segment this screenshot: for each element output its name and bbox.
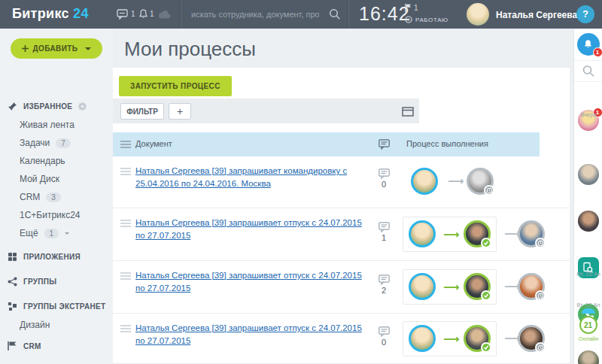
topbar: Битрикс 24 1 1 16:42 1 РАБОТАЮ Наталья С… xyxy=(0,0,602,29)
cloud-icon[interactable] xyxy=(158,11,171,19)
groups-header[interactable]: ГРУППЫ xyxy=(8,277,56,287)
column-process[interactable]: Процесс выполнения xyxy=(406,139,488,148)
table-row: Наталья Сергеева [39] запрашивает команд… xyxy=(113,156,570,208)
chat-icon[interactable] xyxy=(117,9,129,20)
sidebar-item-live-feed[interactable]: Живая лента xyxy=(20,120,74,130)
document-link[interactable]: Наталья Сергеева [39] запрашивает команд… xyxy=(135,165,372,190)
table-row: Наталья Сергеева [39] запрашивает отпуск… xyxy=(113,261,570,314)
scroll-hint-icon[interactable] xyxy=(582,308,595,314)
comments-cell[interactable]: 0 xyxy=(373,326,394,347)
sidebar-item-my-disk[interactable]: Мой Диск xyxy=(20,174,59,184)
chat-count: 1 xyxy=(131,10,135,18)
apps-header[interactable]: ПРИЛОЖЕНИЯ xyxy=(8,252,81,262)
crm-section-header[interactable]: CRM xyxy=(8,341,41,350)
pending-approver-avatar[interactable] xyxy=(518,220,545,247)
sidebar-item-crm[interactable]: CRM3 xyxy=(20,192,61,202)
online-counter[interactable]: 21 xyxy=(579,316,597,334)
work-status[interactable]: РАБОТАЮ xyxy=(405,16,448,23)
flag-counter[interactable]: 1 xyxy=(405,4,418,12)
comment-bubble-icon xyxy=(379,326,390,337)
process-step-box: ⟶ xyxy=(403,217,497,252)
plus-icon xyxy=(22,45,29,52)
comments-cell[interactable]: 2 xyxy=(373,275,394,295)
sidebar-item-more[interactable]: Ещё1 xyxy=(20,228,69,238)
filter-toolbar: ФИЛЬТР + xyxy=(113,99,419,123)
crm-flag-icon xyxy=(8,341,17,350)
approved-avatar[interactable] xyxy=(464,220,491,247)
approved-check-badge xyxy=(481,342,491,353)
search-icon[interactable] xyxy=(329,8,341,20)
filter-label: ФИЛЬТР xyxy=(126,108,158,116)
sidebar-item-calendar[interactable]: Календарь xyxy=(20,156,65,166)
apps-label: ПРИЛОЖЕНИЯ xyxy=(23,253,81,261)
start-process-button[interactable]: ЗАПУСТИТЬ ПРОЦЕСС xyxy=(119,76,232,96)
logo-accent: 24 xyxy=(73,6,89,21)
initiator-avatar[interactable] xyxy=(411,168,438,195)
logo-text: Битрикс xyxy=(12,6,69,21)
extranet-groups-header[interactable]: ГРУППЫ ЭКСТРАНЕТ xyxy=(8,302,105,311)
blocks-icon xyxy=(8,302,17,311)
sidebar-item-design[interactable]: Дизайн xyxy=(20,320,50,330)
initiator-avatar[interactable] xyxy=(409,220,436,247)
comments-cell[interactable]: 1 xyxy=(373,222,394,242)
recent-contact-avatar[interactable] xyxy=(578,164,599,185)
item-label: Календарь xyxy=(20,156,65,166)
pending-approver-avatar[interactable] xyxy=(467,168,494,195)
user-avatar[interactable] xyxy=(467,3,489,26)
workday-clock[interactable]: 16:42 xyxy=(359,3,410,25)
add-button-label: ДОБАВИТЬ xyxy=(33,44,78,53)
item-label: 1С+Битрикс24 xyxy=(20,210,81,220)
pending-approver-avatar[interactable] xyxy=(518,325,545,352)
approved-check-badge xyxy=(481,238,491,248)
process-arrow-green-icon: ⟶ xyxy=(443,228,460,241)
drag-handle-icon[interactable] xyxy=(120,325,131,332)
item-label: Мой Диск xyxy=(20,174,59,184)
chevron-down-icon xyxy=(85,47,91,50)
notifications-count: 1 xyxy=(150,10,154,18)
pending-clock-badge xyxy=(535,238,546,248)
column-document[interactable]: Документ xyxy=(135,139,172,148)
grid-settings-icon[interactable] xyxy=(402,107,414,117)
table-row: Наталья Сергеева [39] запрашивает отпуск… xyxy=(113,208,570,261)
comments-column-icon[interactable] xyxy=(379,139,390,150)
document-link[interactable]: Наталья Сергеева [39] запрашивает отпуск… xyxy=(135,322,372,347)
notifications-badge: 1 xyxy=(593,47,602,57)
notifications-bell-icon[interactable] xyxy=(138,9,148,20)
sidebar-item-tasks[interactable]: Задачи7 xyxy=(20,138,71,148)
filter-button[interactable]: ФИЛЬТР xyxy=(120,103,164,120)
initiator-avatar[interactable] xyxy=(409,273,436,300)
bitrix-logo[interactable]: Битрикс 24 xyxy=(12,6,89,22)
comments-cell[interactable]: 0 xyxy=(373,168,394,189)
drag-handle-icon[interactable] xyxy=(120,272,131,280)
drag-handle-icon[interactable] xyxy=(120,220,131,227)
add-button[interactable]: ДОБАВИТЬ xyxy=(11,38,102,59)
drag-handle-icon[interactable] xyxy=(120,141,131,148)
approved-avatar[interactable] xyxy=(464,325,491,352)
gear-icon[interactable] xyxy=(78,102,87,111)
user-name[interactable]: Наталья Сергеева xyxy=(496,10,577,20)
notifications-button[interactable]: 1 xyxy=(577,33,600,56)
initiator-avatar[interactable] xyxy=(409,325,436,352)
process-step-box: ⟶ xyxy=(403,321,497,356)
document-link[interactable]: Наталья Сергеева [39] запрашивает отпуск… xyxy=(135,217,372,241)
help-button[interactable]: ? xyxy=(576,5,594,23)
recent-contact-avatar[interactable] xyxy=(578,350,599,364)
topbar-divider-2 xyxy=(348,0,349,29)
more-count-badge: 1 xyxy=(44,229,59,238)
search-input[interactable] xyxy=(191,7,319,22)
drag-handle-icon[interactable] xyxy=(120,168,131,175)
contact-search-icon[interactable] xyxy=(582,65,594,77)
document-link[interactable]: Наталья Сергеева [39] запрашивает отпуск… xyxy=(135,269,372,294)
tasks-count-badge: 7 xyxy=(56,138,71,148)
sidebar-item-1c-bitrix24[interactable]: 1С+Битрикс24 xyxy=(20,210,81,220)
recent-contact-avatar[interactable] xyxy=(578,211,599,232)
add-filter-button[interactable]: + xyxy=(169,103,191,120)
pending-approver-avatar[interactable] xyxy=(518,273,545,300)
rail-label-friday: Пт. 15 Ап xyxy=(574,271,602,278)
approved-avatar[interactable] xyxy=(464,273,491,300)
comment-bubble-icon xyxy=(379,275,390,285)
favorites-header[interactable]: ИЗБРАННОЕ xyxy=(8,102,87,111)
content-panel: ЗАПУСТИТЬ ПРОЦЕСС ФИЛЬТР + Документ Проц… xyxy=(113,68,570,364)
page-title: Мои процессы xyxy=(124,38,256,61)
pending-clock-badge xyxy=(535,290,546,301)
